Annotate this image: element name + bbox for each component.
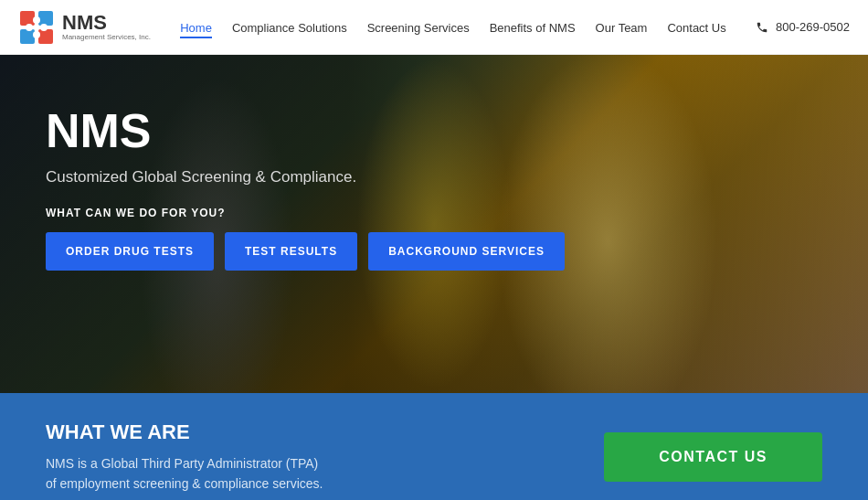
logo-text: NMS Management Services, Inc. (62, 13, 151, 42)
svg-rect-4 (33, 16, 40, 24)
svg-rect-2 (20, 29, 35, 44)
nav-link-benefits[interactable]: Benefits of NMS (490, 21, 576, 35)
svg-rect-1 (38, 11, 53, 26)
contact-us-button[interactable]: CONTACT US (604, 432, 822, 482)
what-we-are-title: WHAT WE ARE (46, 420, 323, 444)
what-we-are: WHAT WE ARE NMS is a Global Third Party … (46, 420, 323, 495)
background-services-button[interactable]: BACKGROUND SERVICES (368, 232, 565, 271)
hero-title: NMS (46, 105, 822, 157)
logo-icon (18, 9, 55, 46)
svg-rect-5 (26, 24, 33, 31)
what-we-are-text: NMS is a Global Third Party Administrato… (46, 453, 323, 495)
svg-rect-7 (33, 31, 40, 38)
nav-item-contact[interactable]: Contact Us (667, 19, 725, 36)
nav-link-home[interactable]: Home (180, 21, 212, 38)
nav-link-screening[interactable]: Screening Services (367, 21, 470, 35)
nav-item-benefits[interactable]: Benefits of NMS (490, 19, 576, 36)
bottom-section: WHAT WE ARE NMS is a Global Third Party … (0, 393, 868, 500)
hero-content: NMS Customized Global Screening & Compli… (0, 55, 868, 298)
nav-links: Home Compliance Solutions Screening Serv… (180, 19, 726, 36)
phone-number: 800-269-0502 (756, 20, 850, 34)
nav-item-home[interactable]: Home (180, 19, 212, 36)
nav-link-compliance[interactable]: Compliance Solutions (232, 21, 347, 35)
hero-section: NMS Customized Global Screening & Compli… (0, 55, 868, 393)
phone-icon (756, 21, 768, 34)
logo: NMS Management Services, Inc. (18, 9, 151, 46)
nav-item-screening[interactable]: Screening Services (367, 19, 470, 36)
hero-buttons: ORDER DRUG TESTS TEST RESULTS BACKGROUND… (46, 232, 822, 271)
logo-subtitle: Management Services, Inc. (62, 33, 151, 42)
phone-label: 800-269-0502 (776, 20, 850, 34)
svg-rect-0 (20, 11, 35, 26)
navbar: NMS Management Services, Inc. Home Compl… (0, 0, 868, 55)
svg-rect-3 (38, 29, 53, 44)
order-drug-tests-button[interactable]: ORDER DRUG TESTS (46, 232, 214, 271)
test-results-button[interactable]: TEST RESULTS (225, 232, 357, 271)
nav-item-team[interactable]: Our Team (596, 19, 648, 36)
svg-rect-6 (40, 24, 48, 31)
hero-subtitle: Customized Global Screening & Compliance… (46, 168, 822, 186)
nav-link-team[interactable]: Our Team (596, 21, 648, 35)
logo-nms-label: NMS (62, 13, 151, 33)
hero-cta-label: WHAT CAN WE DO FOR YOU? (46, 207, 822, 219)
nav-link-contact[interactable]: Contact Us (667, 21, 725, 35)
nav-item-compliance[interactable]: Compliance Solutions (232, 19, 347, 36)
